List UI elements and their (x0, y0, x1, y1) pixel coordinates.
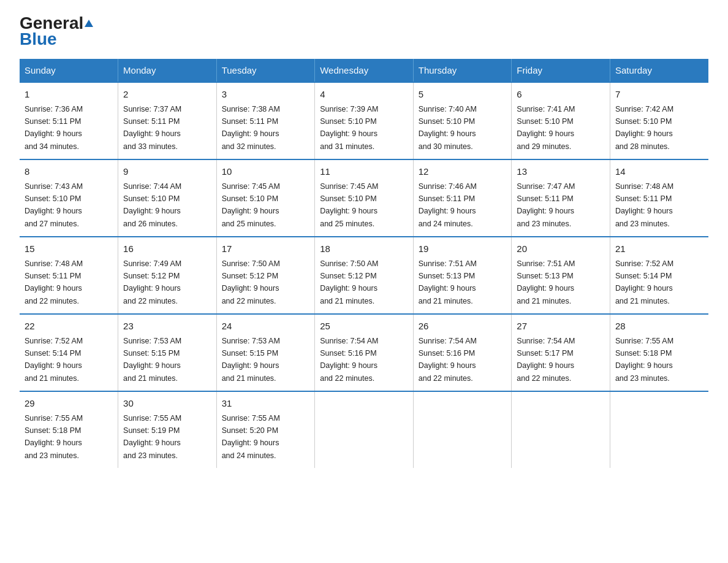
day-number: 28 (615, 320, 703, 334)
calendar-week-3: 15Sunrise: 7:48 AMSunset: 5:11 PMDayligh… (20, 237, 708, 314)
day-info: Sunrise: 7:52 AMSunset: 5:14 PMDaylight:… (615, 259, 673, 305)
day-number: 29 (25, 397, 113, 411)
day-info: Sunrise: 7:39 AMSunset: 5:10 PMDaylight:… (320, 105, 378, 151)
calendar-cell: 15Sunrise: 7:48 AMSunset: 5:11 PMDayligh… (20, 237, 118, 314)
day-header-wednesday: Wednesday (315, 59, 414, 82)
day-header-thursday: Thursday (413, 59, 512, 82)
calendar-cell: 3Sunrise: 7:38 AMSunset: 5:11 PMDaylight… (216, 82, 315, 159)
day-info: Sunrise: 7:55 AMSunset: 5:18 PMDaylight:… (25, 414, 83, 460)
calendar-cell: 17Sunrise: 7:50 AMSunset: 5:12 PMDayligh… (216, 237, 315, 314)
calendar-cell: 25Sunrise: 7:54 AMSunset: 5:16 PMDayligh… (315, 314, 414, 391)
calendar-table: SundayMondayTuesdayWednesdayThursdayFrid… (20, 59, 708, 468)
calendar-cell: 7Sunrise: 7:42 AMSunset: 5:10 PMDaylight… (610, 82, 708, 159)
day-number: 25 (320, 320, 408, 334)
day-info: Sunrise: 7:50 AMSunset: 5:12 PMDaylight:… (222, 259, 280, 305)
day-number: 12 (419, 165, 507, 179)
day-number: 30 (123, 397, 211, 411)
calendar-cell: 26Sunrise: 7:54 AMSunset: 5:16 PMDayligh… (413, 314, 512, 391)
page-header: General Blue (20, 15, 708, 48)
calendar-cell: 21Sunrise: 7:52 AMSunset: 5:14 PMDayligh… (610, 237, 708, 314)
calendar-cell: 20Sunrise: 7:51 AMSunset: 5:13 PMDayligh… (512, 237, 610, 314)
day-number: 10 (222, 165, 310, 179)
day-header-sunday: Sunday (20, 59, 118, 82)
day-info: Sunrise: 7:41 AMSunset: 5:10 PMDaylight:… (517, 105, 575, 151)
day-info: Sunrise: 7:51 AMSunset: 5:13 PMDaylight:… (517, 259, 575, 305)
calendar-week-4: 22Sunrise: 7:52 AMSunset: 5:14 PMDayligh… (20, 314, 708, 391)
calendar-cell: 11Sunrise: 7:45 AMSunset: 5:10 PMDayligh… (315, 159, 414, 237)
day-number: 22 (25, 320, 113, 334)
calendar-cell: 19Sunrise: 7:51 AMSunset: 5:13 PMDayligh… (413, 237, 512, 314)
day-number: 17 (222, 242, 310, 256)
calendar-cell: 29Sunrise: 7:55 AMSunset: 5:18 PMDayligh… (20, 391, 118, 468)
day-info: Sunrise: 7:55 AMSunset: 5:20 PMDaylight:… (222, 414, 280, 460)
day-number: 9 (123, 165, 211, 179)
calendar-cell: 14Sunrise: 7:48 AMSunset: 5:11 PMDayligh… (610, 159, 708, 237)
day-header-saturday: Saturday (610, 59, 708, 82)
calendar-header-row: SundayMondayTuesdayWednesdayThursdayFrid… (20, 59, 708, 82)
calendar-week-1: 1Sunrise: 7:36 AMSunset: 5:11 PMDaylight… (20, 82, 708, 159)
day-info: Sunrise: 7:44 AMSunset: 5:10 PMDaylight:… (123, 182, 181, 228)
calendar-cell (512, 391, 610, 468)
day-number: 21 (615, 242, 703, 256)
calendar-cell: 4Sunrise: 7:39 AMSunset: 5:10 PMDaylight… (315, 82, 414, 159)
day-header-monday: Monday (118, 59, 217, 82)
day-number: 20 (517, 242, 605, 256)
calendar-cell: 16Sunrise: 7:49 AMSunset: 5:12 PMDayligh… (118, 237, 217, 314)
day-number: 26 (419, 320, 507, 334)
day-info: Sunrise: 7:45 AMSunset: 5:10 PMDaylight:… (320, 182, 378, 228)
day-number: 7 (615, 88, 703, 102)
day-number: 31 (222, 397, 310, 411)
day-header-tuesday: Tuesday (216, 59, 315, 82)
day-info: Sunrise: 7:40 AMSunset: 5:10 PMDaylight:… (419, 105, 477, 151)
calendar-cell: 8Sunrise: 7:43 AMSunset: 5:10 PMDaylight… (20, 159, 118, 237)
calendar-cell: 12Sunrise: 7:46 AMSunset: 5:11 PMDayligh… (413, 159, 512, 237)
day-info: Sunrise: 7:46 AMSunset: 5:11 PMDaylight:… (419, 182, 477, 228)
day-info: Sunrise: 7:42 AMSunset: 5:10 PMDaylight:… (615, 105, 673, 151)
calendar-cell (413, 391, 512, 468)
day-number: 11 (320, 165, 408, 179)
day-number: 4 (320, 88, 408, 102)
day-number: 23 (123, 320, 211, 334)
day-number: 24 (222, 320, 310, 334)
day-number: 16 (123, 242, 211, 256)
day-number: 2 (123, 88, 211, 102)
calendar-cell: 18Sunrise: 7:50 AMSunset: 5:12 PMDayligh… (315, 237, 414, 314)
day-info: Sunrise: 7:55 AMSunset: 5:18 PMDaylight:… (615, 337, 673, 383)
day-number: 1 (25, 88, 113, 102)
calendar-cell: 23Sunrise: 7:53 AMSunset: 5:15 PMDayligh… (118, 314, 217, 391)
day-info: Sunrise: 7:54 AMSunset: 5:16 PMDaylight:… (320, 337, 378, 383)
calendar-cell: 31Sunrise: 7:55 AMSunset: 5:20 PMDayligh… (216, 391, 315, 468)
day-info: Sunrise: 7:53 AMSunset: 5:15 PMDaylight:… (123, 337, 181, 383)
calendar-cell: 13Sunrise: 7:47 AMSunset: 5:11 PMDayligh… (512, 159, 610, 237)
day-info: Sunrise: 7:43 AMSunset: 5:10 PMDaylight:… (25, 182, 83, 228)
day-info: Sunrise: 7:47 AMSunset: 5:11 PMDaylight:… (517, 182, 575, 228)
day-number: 14 (615, 165, 703, 179)
day-info: Sunrise: 7:48 AMSunset: 5:11 PMDaylight:… (615, 182, 673, 228)
calendar-cell: 9Sunrise: 7:44 AMSunset: 5:10 PMDaylight… (118, 159, 217, 237)
day-number: 18 (320, 242, 408, 256)
logo: General Blue (20, 15, 93, 48)
day-number: 15 (25, 242, 113, 256)
day-info: Sunrise: 7:49 AMSunset: 5:12 PMDaylight:… (123, 259, 181, 305)
day-number: 6 (517, 88, 605, 102)
day-info: Sunrise: 7:51 AMSunset: 5:13 PMDaylight:… (419, 259, 477, 305)
day-info: Sunrise: 7:52 AMSunset: 5:14 PMDaylight:… (25, 337, 83, 383)
day-info: Sunrise: 7:53 AMSunset: 5:15 PMDaylight:… (222, 337, 280, 383)
calendar-cell: 10Sunrise: 7:45 AMSunset: 5:10 PMDayligh… (216, 159, 315, 237)
day-info: Sunrise: 7:55 AMSunset: 5:19 PMDaylight:… (123, 414, 181, 460)
calendar-cell: 22Sunrise: 7:52 AMSunset: 5:14 PMDayligh… (20, 314, 118, 391)
calendar-cell: 24Sunrise: 7:53 AMSunset: 5:15 PMDayligh… (216, 314, 315, 391)
calendar-cell: 2Sunrise: 7:37 AMSunset: 5:11 PMDaylight… (118, 82, 217, 159)
day-info: Sunrise: 7:54 AMSunset: 5:17 PMDaylight:… (517, 337, 575, 383)
day-number: 8 (25, 165, 113, 179)
day-info: Sunrise: 7:36 AMSunset: 5:11 PMDaylight:… (25, 105, 83, 151)
calendar-cell: 5Sunrise: 7:40 AMSunset: 5:10 PMDaylight… (413, 82, 512, 159)
day-info: Sunrise: 7:38 AMSunset: 5:11 PMDaylight:… (222, 105, 280, 151)
calendar-cell (315, 391, 414, 468)
day-number: 13 (517, 165, 605, 179)
day-info: Sunrise: 7:37 AMSunset: 5:11 PMDaylight:… (123, 105, 181, 151)
calendar-cell: 28Sunrise: 7:55 AMSunset: 5:18 PMDayligh… (610, 314, 708, 391)
day-number: 3 (222, 88, 310, 102)
day-info: Sunrise: 7:45 AMSunset: 5:10 PMDaylight:… (222, 182, 280, 228)
day-info: Sunrise: 7:50 AMSunset: 5:12 PMDaylight:… (320, 259, 378, 305)
